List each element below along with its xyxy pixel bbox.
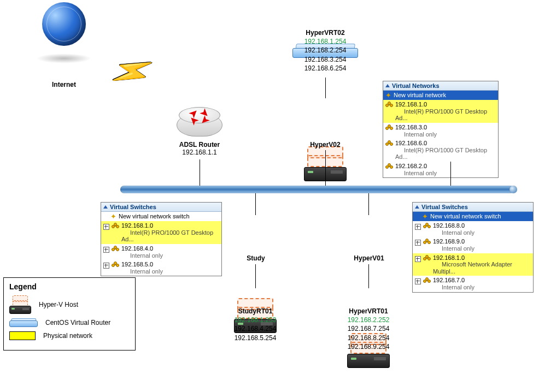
- adsl-router-label: ADSL Router 192.168.1.1: [164, 141, 235, 156]
- expand-icon[interactable]: [415, 278, 421, 284]
- hypervrt01-name: HyperVRT01: [326, 307, 411, 316]
- network-icon: [385, 102, 393, 108]
- switch-item[interactable]: 192.168.5.0Internal only: [101, 260, 221, 276]
- network-icon: [112, 262, 119, 268]
- expand-icon[interactable]: [103, 263, 109, 269]
- switch-detail: Internal only: [442, 284, 474, 290]
- panel-new-item[interactable]: ✦New virtual network: [383, 91, 498, 100]
- hypervrt02-primary-ip: 192.168.1.254: [283, 37, 367, 46]
- pipe-end-icon: [509, 186, 517, 193]
- hypervrt01-ip: 192.168.9.254: [326, 342, 411, 351]
- expand-icon[interactable]: [415, 224, 421, 230]
- panel-title: Virtual Switches: [110, 204, 156, 210]
- panel-new-item[interactable]: ✦New virtual network switch: [413, 212, 533, 221]
- switch-detail: Internal only: [442, 245, 474, 252]
- switch-detail: Internal only: [130, 268, 163, 275]
- legend-box: Legend Hyper-V Host CentOS Virtual Route…: [3, 277, 136, 351]
- switch-name: 192.168.1.0: [121, 222, 153, 229]
- switch-detail: Microsoft Network Adapter Multipl...: [433, 261, 512, 275]
- legend-hvhost-icon: [9, 295, 31, 314]
- connector-line: [255, 264, 256, 288]
- connector-line: [450, 162, 451, 186]
- switch-detail: Internal only: [130, 252, 163, 259]
- globe-icon: [42, 2, 86, 46]
- sparkle-icon: ✦: [110, 213, 116, 220]
- hypervrt02-name: HyperVRT02: [283, 28, 367, 37]
- legend-vrouter-icon: [9, 318, 38, 327]
- switch-item[interactable]: 192.168.9.0Internal only: [413, 237, 533, 253]
- legend-physnet-label: Physical network: [43, 332, 92, 340]
- network-icon: [112, 246, 119, 252]
- network-icon: [385, 124, 393, 131]
- hypervrt01-ip: 192.168.8.254: [326, 334, 411, 342]
- network-name: 192.168.6.0: [395, 140, 427, 146]
- hypervrt02-labels: HyperVRT02 192.168.1.254 192.168.2.254 1…: [283, 28, 367, 73]
- network-backbone: [120, 186, 514, 193]
- expand-icon[interactable]: [103, 224, 109, 230]
- chevron-up-icon: [103, 205, 108, 209]
- network-detail: Intel(R) PRO/1000 GT Desktop Ad...: [395, 147, 487, 161]
- switch-name: 192.168.5.0: [121, 261, 153, 268]
- network-icon: [112, 223, 119, 229]
- network-detail: Internal only: [404, 170, 437, 176]
- network-item[interactable]: 192.168.1.0Intel(R) PRO/1000 GT Desktop …: [383, 100, 498, 123]
- panel-virtual-networks-hyperv02: Virtual Networks ✦New virtual network 19…: [383, 81, 499, 178]
- chevron-up-icon: [415, 205, 419, 209]
- connector-line: [368, 264, 369, 288]
- adsl-router-ip: 192.168.1.1: [164, 149, 235, 156]
- network-name: 192.168.1.0: [395, 101, 427, 108]
- switch-item[interactable]: 192.168.1.0Intel(R) PRO/1000 GT Desktop …: [101, 221, 221, 244]
- network-icon: [423, 239, 431, 245]
- switch-name: 192.168.8.0: [433, 222, 465, 229]
- connector-line: [200, 159, 200, 186]
- hypervrt02-ip: 192.168.3.254: [283, 55, 367, 64]
- switch-item[interactable]: 192.168.1.0Microsoft Network Adapter Mul…: [413, 253, 533, 276]
- switch-item[interactable]: 192.168.7.0Internal only: [413, 276, 533, 292]
- network-name: 192.168.3.0: [395, 124, 427, 130]
- network-item[interactable]: 192.168.3.0Internal only: [383, 123, 498, 139]
- switch-name: 192.168.1.0: [433, 254, 465, 261]
- legend-physnet-icon: [9, 331, 36, 340]
- network-detail: Intel(R) PRO/1000 GT Desktop Ad...: [395, 108, 487, 122]
- internet-node: [34, 2, 94, 63]
- connector-line: [368, 193, 369, 215]
- switch-item[interactable]: 192.168.4.0Internal only: [101, 244, 221, 260]
- panel-virtual-switches-hyperv01: Virtual Switches ✦New virtual network sw…: [412, 202, 534, 293]
- network-item[interactable]: 192.168.2.0Internal only: [383, 162, 498, 177]
- sparkle-icon: ✦: [422, 213, 428, 220]
- hypervrt02-ip: 192.168.6.254: [283, 64, 367, 73]
- chevron-up-icon: [385, 84, 390, 87]
- legend-title: Legend: [9, 282, 130, 291]
- network-detail: Internal only: [404, 131, 437, 138]
- hypervrt01-primary-ip: 192.168.2.252: [326, 316, 411, 324]
- network-item[interactable]: 192.168.6.0Intel(R) PRO/1000 GT Desktop …: [383, 139, 498, 162]
- adsl-router-name: ADSL Router: [164, 141, 235, 149]
- network-name: 192.168.2.0: [395, 163, 427, 169]
- panel-new-label: New virtual network switch: [119, 213, 190, 220]
- expand-icon[interactable]: [415, 256, 421, 262]
- panel-new-label: New virtual network switch: [430, 213, 501, 220]
- studyrt01-ip: 192.168.4.254: [213, 324, 297, 333]
- hyperv02-label: HyperV02: [295, 141, 355, 149]
- sparkle-icon: ✦: [385, 92, 391, 99]
- hypervrt02-ip: 192.168.2.254: [283, 46, 367, 55]
- adsl-router-icon: ➤ ➤ ➤ ➤: [177, 104, 222, 136]
- study-label: Study: [229, 254, 283, 262]
- legend-hvhost-label: Hyper-V Host: [39, 301, 78, 308]
- switch-name: 192.168.9.0: [433, 238, 465, 245]
- studyrt01-name: StudyRT01: [213, 307, 297, 316]
- panel-virtual-switches-study: Virtual Switches ✦New virtual network sw…: [101, 202, 222, 276]
- hypervrt01-ip: 192.168.7.254: [326, 324, 411, 333]
- switch-name: 192.168.7.0: [433, 277, 465, 283]
- expand-icon[interactable]: [103, 247, 109, 253]
- expand-icon[interactable]: [415, 240, 421, 246]
- studyrt01-labels: StudyRT01 192.168.1.253 192.168.4.254 19…: [213, 307, 297, 342]
- panel-title: Virtual Switches: [421, 204, 468, 210]
- internet-label: Internet: [34, 81, 94, 88]
- network-icon: [423, 223, 431, 229]
- switch-item[interactable]: 192.168.8.0Internal only: [413, 221, 533, 237]
- network-icon: [385, 140, 393, 147]
- network-icon: [423, 277, 431, 284]
- panel-new-item[interactable]: ✦New virtual network switch: [101, 212, 221, 221]
- switch-detail: Internal only: [442, 229, 474, 236]
